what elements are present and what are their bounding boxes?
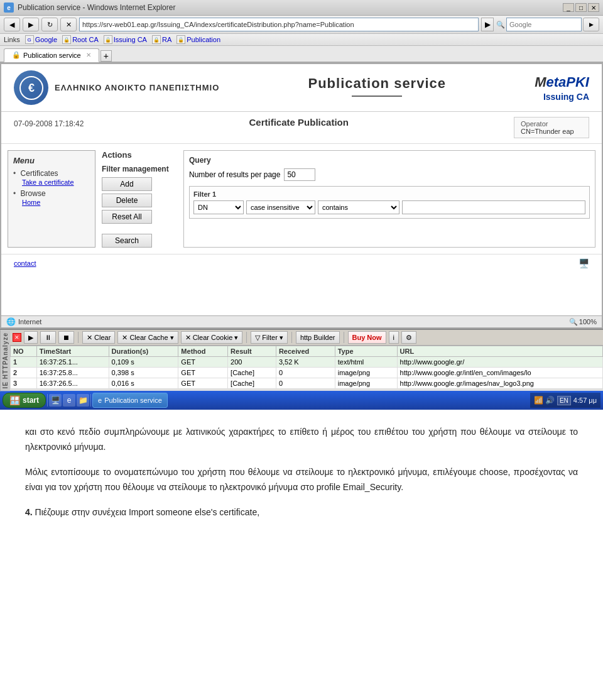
system-tray-icons: 📶 🔊 — [534, 396, 555, 405]
http-analyzer: IE HTTPAnalyze ✕ ▶ ⏸ ⏹ ✕ Clear ✕ Clear C… — [0, 329, 603, 391]
http-filter-button[interactable]: ▽ Filter ▾ — [251, 331, 288, 344]
take-certificate-link[interactable]: Take a certificate — [22, 178, 74, 186]
cell-time: 16:37:26.5... — [36, 378, 109, 389]
link-google[interactable]: G Google — [25, 35, 57, 44]
section-4-text: Πιέζουμε στην συνέχεια Import someone el… — [35, 507, 260, 517]
zone-label: Internet — [18, 318, 41, 325]
forward-button[interactable]: ▶ — [23, 18, 39, 31]
address-bar[interactable] — [79, 18, 479, 31]
university-logo-icon: € — [14, 70, 48, 105]
search-go-button[interactable]: ▶ — [583, 18, 599, 31]
refresh-button[interactable]: ↻ — [41, 18, 58, 31]
section-number-4: 4. — [25, 507, 33, 517]
field-select[interactable]: DN CN Email O — [193, 200, 244, 214]
tab-publication-service[interactable]: 🔒 Publication service ✕ — [4, 48, 99, 62]
http-analyzer-container: IE HTTPAnalyze ✕ ▶ ⏸ ⏹ ✕ Clear ✕ Clear C… — [0, 330, 603, 391]
maximize-button[interactable]: □ — [575, 3, 587, 12]
add-button[interactable]: Add — [102, 177, 152, 191]
new-tab-button[interactable]: + — [100, 50, 112, 62]
explorer-icon[interactable]: 📁 — [77, 394, 89, 407]
search-button[interactable]: Search — [102, 234, 152, 248]
search-input[interactable] — [506, 18, 582, 31]
cell-result: 200 — [228, 357, 276, 368]
cell-time: 16:37:25.1... — [36, 357, 109, 368]
minimize-button[interactable]: _ — [563, 3, 574, 12]
issuing-ca-label: Issuing CA — [535, 92, 589, 102]
cell-no: 2 — [11, 368, 37, 378]
http-clear-cookie-button[interactable]: ✕ Clear Cookie ▾ — [181, 331, 243, 344]
table-row[interactable]: 1 16:37:25.1... 0,109 s GET 200 3,52 K t… — [11, 357, 603, 368]
case-select[interactable]: case insensitive case sensitive — [246, 200, 315, 214]
header-title-block: Publication service — [308, 75, 446, 101]
bullet-icon: • — [13, 169, 16, 178]
http-close-button[interactable]: ✕ — [13, 333, 21, 342]
page-footer: contact 🖥️ — [1, 254, 602, 272]
bullet-icon-2: • — [13, 189, 16, 198]
menu-item-certificates: • Certificates Take a certificate — [13, 169, 90, 187]
cell-result: [Cache] — [228, 378, 276, 389]
menu-title: Menu — [13, 156, 90, 165]
cell-no: 3 — [11, 378, 37, 389]
clock: 4:57 μμ — [573, 396, 597, 404]
table-row[interactable]: 3 16:37:26.5... 0,016 s GET [Cache] 0 im… — [11, 378, 603, 389]
start-button[interactable]: 🪟 start — [3, 393, 46, 408]
results-row: Number of results per page — [189, 168, 590, 181]
query-panel: Query Number of results per page Filter … — [183, 150, 595, 248]
link-issuing-ca[interactable]: 🔒 Issuing CA — [104, 35, 147, 44]
publication-service-page: € ΕΛΛΗΝΙΚΟ ΑΝΟΙΚΤΟ ΠΑΝΕΠΙΣΤΗΜΙΟ Publicat… — [1, 64, 602, 315]
http-stop-button[interactable]: ⏹ — [58, 331, 74, 344]
ie-icon[interactable]: e — [63, 394, 75, 407]
desktop-icon[interactable]: 🖥️ — [49, 394, 62, 407]
language-indicator[interactable]: EN — [557, 396, 571, 405]
header-right: MetaPKI Issuing CA — [535, 74, 589, 102]
http-play-button[interactable]: ▶ — [24, 331, 38, 344]
results-label: Number of results per page — [189, 170, 280, 179]
table-row[interactable]: 2 16:37:25.8... 0,398 s GET [Cache] 0 im… — [11, 368, 603, 378]
text-content: και στο κενό πεδίο συμπληρώνουμε με λατι… — [0, 410, 603, 545]
link-publication[interactable]: 🔒 Publication — [177, 35, 220, 44]
go-button[interactable]: ▶ — [481, 18, 494, 31]
cell-type: image/png — [335, 368, 397, 378]
cell-duration: 0,109 s — [109, 357, 178, 368]
contact-link[interactable]: contact — [14, 260, 36, 267]
http-buy-now-button[interactable]: Buy Now — [348, 331, 386, 344]
cell-method: GET — [178, 368, 228, 378]
section-4: 4. Πιέζουμε στην συνέχεια Import someone… — [25, 505, 578, 520]
http-clear-cache-button[interactable]: ✕ Clear Cache ▾ — [117, 331, 178, 344]
google-icon: G — [25, 35, 34, 44]
operator-box: Operator CN=Thunder eap — [514, 117, 589, 138]
operator-select[interactable]: contains equals starts with — [318, 200, 399, 214]
window-controls[interactable]: _ □ ✕ — [563, 3, 599, 12]
main-layout: Menu • Certificates Take a certificate •… — [1, 144, 602, 254]
university-name: ΕΛΛΗΝΙΚΟ ΑΝΟΙΚΤΟ ΠΑΝΕΠΙΣΤΗΜΙΟ — [55, 83, 219, 92]
zoom-icon: 🔍 — [569, 318, 578, 326]
actions-title: Actions — [102, 150, 177, 160]
cell-received: 0 — [276, 368, 335, 378]
cell-url: http://www.google.gr/ — [397, 357, 602, 368]
stop-button[interactable]: ✕ — [60, 18, 77, 31]
results-per-page-input[interactable] — [284, 168, 315, 181]
taskbar-window-publication[interactable]: e Publication service — [92, 393, 168, 408]
reset-all-button[interactable]: Reset All — [102, 210, 152, 224]
quick-launch-icons: 🖥️ e 📁 — [49, 394, 89, 407]
close-button[interactable]: ✕ — [588, 3, 599, 12]
http-pause-button[interactable]: ⏸ — [40, 331, 56, 344]
http-gear-button[interactable]: ⚙ — [401, 331, 416, 344]
link-root-ca[interactable]: 🔒 Root CA — [62, 35, 99, 44]
operator-label: Operator — [521, 120, 582, 128]
home-link[interactable]: Home — [22, 199, 40, 206]
filter-value-input[interactable] — [402, 200, 585, 214]
link-ra[interactable]: 🔒 RA — [152, 35, 171, 44]
http-clear-button[interactable]: ✕ Clear — [82, 331, 115, 344]
certificates-label: Certificates — [21, 169, 58, 178]
back-button[interactable]: ◀ — [4, 18, 20, 31]
filter-title: Filter 1 — [193, 190, 585, 198]
cell-duration: 0,398 s — [109, 368, 178, 378]
paragraph-1: και στο κενό πεδίο συμπληρώνουμε με λατι… — [25, 425, 578, 455]
page-subtitle: Certificate Publication — [249, 117, 349, 128]
menu-item-browse: • Browse Home — [13, 189, 90, 207]
http-builder-button[interactable]: http Builder — [296, 331, 340, 344]
http-info-button[interactable]: i — [389, 331, 399, 344]
delete-button[interactable]: Delete — [102, 194, 152, 207]
http-analyzer-main: ✕ ▶ ⏸ ⏹ ✕ Clear ✕ Clear Cache ▾ ✕ Clear … — [10, 330, 603, 391]
